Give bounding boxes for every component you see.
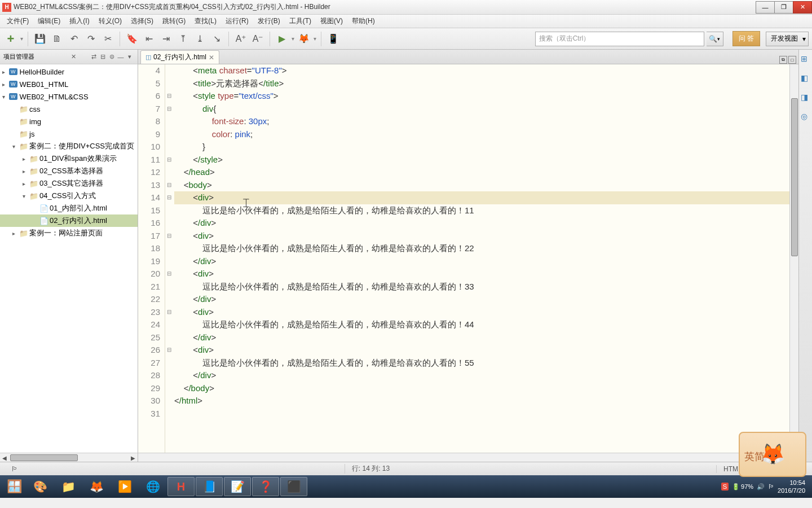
tree-node[interactable]: ▾WWEB02_HTML&CSS xyxy=(0,90,138,103)
tb-app2[interactable]: ⬛ xyxy=(280,477,307,496)
save-all-button[interactable]: 🗎 xyxy=(50,32,64,46)
nav5-button[interactable]: ↘ xyxy=(209,32,224,46)
tool2-icon[interactable]: ◨ xyxy=(801,93,811,103)
max-icon[interactable]: □ xyxy=(788,56,796,64)
flag-icon[interactable]: 🏳 xyxy=(768,483,774,490)
tb-word[interactable]: 📘 xyxy=(196,477,223,496)
close-panel-icon[interactable]: ✕ xyxy=(69,53,78,60)
tool1-icon[interactable]: ◧ xyxy=(801,73,811,84)
view-selector[interactable]: 开发视图 xyxy=(766,32,809,46)
nav1-button[interactable]: ⇤ xyxy=(142,32,156,46)
redo-button[interactable]: ↷ xyxy=(83,32,98,46)
editor-vscroll[interactable] xyxy=(789,64,798,453)
nav2-button[interactable]: ⇥ xyxy=(158,32,173,46)
tree-node[interactable]: ▾📁案例二：使用DIV+CSS完成首页 xyxy=(0,140,138,152)
maximize-button[interactable]: ❐ xyxy=(774,1,793,14)
menu-item[interactable]: 插入(I) xyxy=(65,15,94,27)
menu-item[interactable]: 选择(S) xyxy=(126,15,158,27)
tab-active[interactable]: ◫ 02_行内引入.html ✕ xyxy=(140,50,219,64)
tree-node[interactable]: ▾📁04_CSS引入方式 xyxy=(0,190,138,202)
code-text[interactable]: <meta charset="UTF-8"> <title>元素选择器</tit… xyxy=(173,64,789,453)
tb-app1[interactable]: 🎨 xyxy=(27,477,54,496)
tb-media[interactable]: ▶️ xyxy=(111,477,138,496)
tree-node[interactable]: 📁img xyxy=(0,115,138,128)
start-button[interactable]: 🪟 xyxy=(2,477,26,496)
menu-item[interactable]: 查找(L) xyxy=(190,15,221,27)
sidebar: 项目管理器 ✕ ⇄ ⊟ ⊜ — ▾ ▸WHelloHBuilder▸WWEB01… xyxy=(0,50,138,462)
search-input[interactable]: 搜索（双击Ctrl） xyxy=(535,32,704,46)
tree-node[interactable]: ▸📁案例一：网站注册页面 xyxy=(0,227,138,239)
tree-node[interactable]: 📄02_行内引入.html xyxy=(0,214,138,227)
menu-item[interactable]: 发行(B) xyxy=(253,15,285,27)
tree-node[interactable]: ▸WWEB01_HTML xyxy=(0,78,138,90)
status-indicator: 🏳 xyxy=(5,465,25,473)
system-tray[interactable]: S 🔋97% 🔊 🏳 10:54 2016/7/20 xyxy=(721,479,810,494)
search-icon[interactable]: 🔍▾ xyxy=(707,32,723,46)
tree-node[interactable]: ▸WHelloHBuilder xyxy=(0,65,138,78)
fold-gutter[interactable]: ⊟⊟⊟⊟⊟⊟⊟⊟⊟ xyxy=(165,64,173,453)
tree-label: WEB01_HTML xyxy=(20,80,69,89)
nav4-button[interactable]: ⤓ xyxy=(192,32,207,46)
font-inc-button[interactable]: A⁺ xyxy=(233,32,248,46)
min-icon[interactable]: — xyxy=(116,54,125,60)
menu-item[interactable]: 运行(R) xyxy=(221,15,253,27)
tree-label: img xyxy=(29,117,41,126)
tb-chrome[interactable]: 🌐 xyxy=(139,477,166,496)
menu-item[interactable]: 跳转(G) xyxy=(158,15,190,27)
outline-icon[interactable]: ⊞ xyxy=(801,54,811,64)
tb-notepad[interactable]: 📝 xyxy=(224,477,251,496)
menu-item[interactable]: 转义(O) xyxy=(94,15,126,27)
tree-node[interactable]: 📄01_内部引入.html xyxy=(0,202,138,214)
ask-button[interactable]: 问 答 xyxy=(732,31,760,46)
assistant-widget[interactable]: 英简 🦊 xyxy=(739,432,806,477)
menu-item[interactable]: 文件(F) xyxy=(2,15,33,27)
browser-button[interactable]: 🦊 xyxy=(297,32,311,46)
save-button[interactable]: 💾 xyxy=(33,32,47,46)
tb-help[interactable]: ❓ xyxy=(252,477,279,496)
tree-label: 02_CSS基本选择器 xyxy=(39,166,103,176)
scroll-thumb[interactable] xyxy=(10,454,78,461)
tree-node[interactable]: ▸📁01_DIV和span效果演示 xyxy=(0,152,138,165)
project-tree[interactable]: ▸WHelloHBuilder▸WWEB01_HTML▾WWEB02_HTML&… xyxy=(0,64,138,453)
network-icon[interactable]: 🔊 xyxy=(757,483,765,491)
ime-icon[interactable]: S xyxy=(721,483,729,491)
menu-item[interactable]: 帮助(H) xyxy=(347,15,379,27)
restore-icon[interactable]: ⧉ xyxy=(779,56,787,64)
tab-close-icon[interactable]: ✕ xyxy=(209,54,214,62)
line-gutter: 4567891011121314151617181920212223242526… xyxy=(138,64,165,453)
nav3-button[interactable]: ⤒ xyxy=(175,32,190,46)
sidebar-title: 项目管理器 ✕ ⇄ ⊟ ⊜ — ▾ xyxy=(0,50,138,64)
tree-node[interactable]: 📁js xyxy=(0,128,138,140)
sidebar-hscroll[interactable]: ◀ ▶ xyxy=(0,453,138,462)
tb-explorer[interactable]: 📁 xyxy=(55,477,82,496)
tree-node[interactable]: ▸📁03_CSS其它选择器 xyxy=(0,177,138,190)
new-button[interactable]: + xyxy=(3,32,18,46)
menu-item[interactable]: 工具(T) xyxy=(285,15,316,27)
editor-hscroll[interactable] xyxy=(138,453,798,462)
tree-node[interactable]: 📁css xyxy=(0,103,138,115)
tree-label: css xyxy=(29,105,41,113)
clock[interactable]: 10:54 2016/7/20 xyxy=(778,479,805,494)
code-editor[interactable]: 4567891011121314151617181920212223242526… xyxy=(138,64,798,453)
menu-item[interactable]: 视图(V) xyxy=(316,15,347,27)
minimize-button[interactable]: — xyxy=(756,1,775,14)
menu-bar: 文件(F)编辑(E)插入(I)转义(O)选择(S)跳转(G)查找(L)运行(R)… xyxy=(0,15,812,28)
tree-node[interactable]: ▸📁02_CSS基本选择器 xyxy=(0,165,138,177)
bookmark-button[interactable]: 🔖 xyxy=(125,32,139,46)
cut-button[interactable]: ✂ xyxy=(100,32,115,46)
tool3-icon[interactable]: ◎ xyxy=(801,112,811,122)
device-button[interactable]: 📱 xyxy=(326,32,341,46)
filter-icon[interactable]: ⊜ xyxy=(107,53,116,60)
close-button[interactable]: ✕ xyxy=(793,1,812,14)
collapse-icon[interactable]: ⊟ xyxy=(98,53,107,60)
font-dec-button[interactable]: A⁻ xyxy=(250,32,265,46)
undo-button[interactable]: ↶ xyxy=(67,32,81,46)
tb-hbuilder[interactable]: H xyxy=(167,477,195,496)
menu-item[interactable]: 编辑(E) xyxy=(33,15,65,27)
tree-label: HelloHBuilder xyxy=(20,68,64,76)
link-icon[interactable]: ⇄ xyxy=(89,53,98,60)
menu-icon[interactable]: ▾ xyxy=(125,53,134,60)
run-button[interactable]: ▶ xyxy=(275,32,289,46)
tb-firefox[interactable]: 🦊 xyxy=(83,477,110,496)
battery-icon[interactable]: 🔋97% xyxy=(732,483,753,491)
